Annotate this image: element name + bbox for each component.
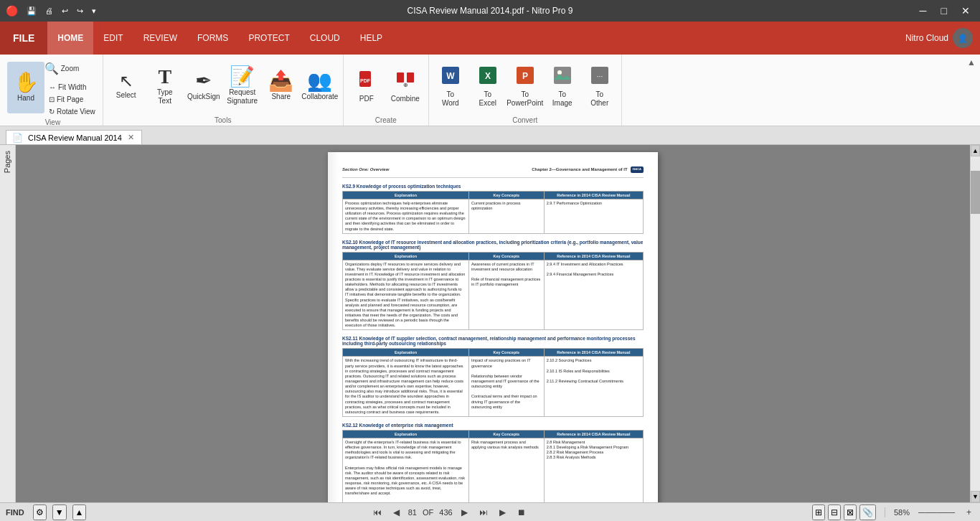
fit-width-button[interactable]: ↔ Fit Width <box>46 82 98 93</box>
nav-next-button[interactable]: ▶ <box>458 506 471 519</box>
status-icons: ⊞ ⊟ ⊠ 📎 <box>812 504 876 520</box>
tab-help[interactable]: HELP <box>350 22 392 55</box>
convert-buttons: W ToWord X ToExcel P ToPowerPoint <box>433 57 617 115</box>
request-signature-button[interactable]: 📝 RequestSignature <box>224 60 261 112</box>
tab-edit[interactable]: EDIT <box>93 22 133 55</box>
to-powerpoint-label: ToPowerPoint <box>507 90 543 108</box>
pdf-icon: PDF <box>357 70 377 93</box>
to-word-icon: W <box>440 65 461 89</box>
panel-icon[interactable]: ⊠ <box>844 504 857 520</box>
quicksign-label: QuickSign <box>187 93 220 101</box>
ks211-ref: 2.10.2 Sourcing Practices2.10.1 IS Roles… <box>544 357 643 417</box>
ks210-explanation: Organizations deploy IT resources to ens… <box>343 260 469 330</box>
zoom-label: Zoom <box>61 65 80 73</box>
tab-review[interactable]: REVIEW <box>133 22 187 55</box>
select-icon: ↖ <box>119 72 133 90</box>
nitro-cloud-label: Nitro Cloud <box>905 33 948 43</box>
redo-button[interactable]: ↪ <box>74 5 86 17</box>
collapse-ribbon-button[interactable]: ▲ <box>967 57 976 67</box>
hand-label: Hand <box>17 94 34 103</box>
save-button[interactable]: 💾 <box>24 5 39 17</box>
tools-buttons: ↖ Select T TypeText ✒ QuickSign 📝 Reques… <box>108 57 339 115</box>
ribbon-group-view: ✋ Hand 🔍 Zoom ↔ Fit Width ⊡ Fit Page <box>3 55 103 126</box>
attachment-icon[interactable]: 📎 <box>859 504 876 520</box>
grid-view-icon[interactable]: ⊞ <box>812 504 825 520</box>
pdf-viewer[interactable]: Section One: Overview Chapter 2—Governan… <box>16 145 970 502</box>
col-reference: Reference in 2014 CISA Review Manual <box>544 349 643 357</box>
undo-button[interactable]: ↩ <box>59 5 71 17</box>
view-buttons: ✋ Hand 🔍 Zoom ↔ Fit Width ⊡ Fit Page <box>7 57 98 117</box>
to-image-button[interactable]: ToImage <box>545 60 580 112</box>
down-arrow-icon[interactable]: ▼ <box>52 504 67 520</box>
to-other-button[interactable]: ··· ToOther <box>583 60 617 112</box>
ribbon: ✋ Hand 🔍 Zoom ↔ Fit Width ⊡ Fit Page <box>0 55 980 126</box>
view-group-label: View <box>7 117 98 126</box>
stop-button[interactable]: ⏹ <box>514 506 529 519</box>
rotate-view-icon: ↻ <box>49 108 55 116</box>
scroll-track[interactable] <box>971 156 980 491</box>
document-tab[interactable]: 📄 CISA Review Manual 2014 ✕ <box>6 130 142 144</box>
share-icon: 📤 <box>268 71 293 91</box>
col-key-concepts: Key Concepts <box>468 431 544 438</box>
tab-cloud[interactable]: CLOUD <box>300 22 350 55</box>
hand-tool-button[interactable]: ✋ Hand <box>7 62 44 113</box>
tab-close-button[interactable]: ✕ <box>128 133 134 142</box>
maximize-button[interactable]: □ <box>937 4 951 18</box>
pdf-label: PDF <box>359 95 374 103</box>
header-left: Section One: Overview <box>342 167 389 172</box>
user-avatar[interactable]: 👤 <box>953 28 973 48</box>
minimize-button[interactable]: ─ <box>915 4 931 18</box>
ks211-title: KS2.11 Knowledge of IT supplier selectio… <box>342 336 644 346</box>
fit-page-button[interactable]: ⊡ Fit Page <box>46 94 98 105</box>
share-label: Share <box>271 93 291 101</box>
zoom-button[interactable]: 🔍 Zoom <box>46 57 77 80</box>
file-menu-button[interactable]: FILE <box>0 22 47 55</box>
zoom-in-button[interactable]: + <box>963 506 974 519</box>
to-other-icon: ··· <box>590 65 610 89</box>
vertical-scrollbar[interactable]: ▲ ▼ <box>970 145 980 502</box>
to-powerpoint-button[interactable]: P ToPowerPoint <box>508 60 542 112</box>
settings-icon[interactable]: ⚙ <box>33 504 47 520</box>
ks29-key: Current practices in process optimizatio… <box>468 199 544 233</box>
nav-last-button[interactable]: ⏭ <box>476 506 491 519</box>
to-word-button[interactable]: W ToWord <box>433 60 468 112</box>
print-button[interactable]: 🖨 <box>42 5 56 17</box>
pdf-button[interactable]: PDF PDF <box>348 60 385 112</box>
col-key-concepts: Key Concepts <box>468 191 544 199</box>
tab-protect[interactable]: PROTECT <box>238 22 299 55</box>
scroll-thumb[interactable] <box>971 171 980 214</box>
up-arrow-icon[interactable]: ▲ <box>72 504 87 520</box>
svg-rect-11 <box>554 67 571 84</box>
scroll-down-button[interactable]: ▼ <box>971 491 980 502</box>
zoom-icon: 🔍 <box>44 63 59 75</box>
type-text-icon: T <box>158 67 171 87</box>
quicksign-button[interactable]: ✒ QuickSign <box>185 60 222 112</box>
columns-icon[interactable]: ⊟ <box>828 504 841 520</box>
window-controls: ─ □ ✕ <box>915 4 974 18</box>
tab-forms[interactable]: FORMS <box>187 22 238 55</box>
scroll-up-button[interactable]: ▲ <box>971 145 980 156</box>
zoom-slider[interactable]: ────── <box>915 506 958 519</box>
quick-access-more[interactable]: ▾ <box>89 5 99 17</box>
isaca-logo: ISACA <box>631 166 644 173</box>
collaborate-label: Collaborate <box>301 93 338 101</box>
tab-home[interactable]: HOME <box>47 22 93 55</box>
rotate-view-button[interactable]: ↻ Rotate View <box>46 106 98 117</box>
to-image-icon <box>552 65 573 89</box>
collaborate-button[interactable]: 👥 Collaborate <box>301 60 339 112</box>
play-button[interactable]: ▶ <box>496 506 509 519</box>
to-excel-button[interactable]: X ToExcel <box>471 60 505 112</box>
main-area: Pages Section One: Overview Chapter 2—Go… <box>0 145 980 502</box>
tab-bar: 📄 CISA Review Manual 2014 ✕ <box>0 126 980 145</box>
close-button[interactable]: ✕ <box>957 4 974 18</box>
nav-first-button[interactable]: ⏮ <box>370 506 385 519</box>
combine-button[interactable]: ⊕ Combine <box>387 60 424 112</box>
nav-prev-button[interactable]: ◀ <box>390 506 402 519</box>
type-text-button[interactable]: T TypeText <box>146 60 184 112</box>
pages-panel-label: Pages <box>0 145 15 179</box>
pages-panel: Pages <box>0 145 16 502</box>
ks210-table: Explanation Key Concepts Reference in 20… <box>342 252 644 331</box>
document-tab-label: CISA Review Manual 2014 <box>28 133 122 142</box>
share-button[interactable]: 📤 Share <box>263 60 300 112</box>
select-button[interactable]: ↖ Select <box>108 60 145 112</box>
